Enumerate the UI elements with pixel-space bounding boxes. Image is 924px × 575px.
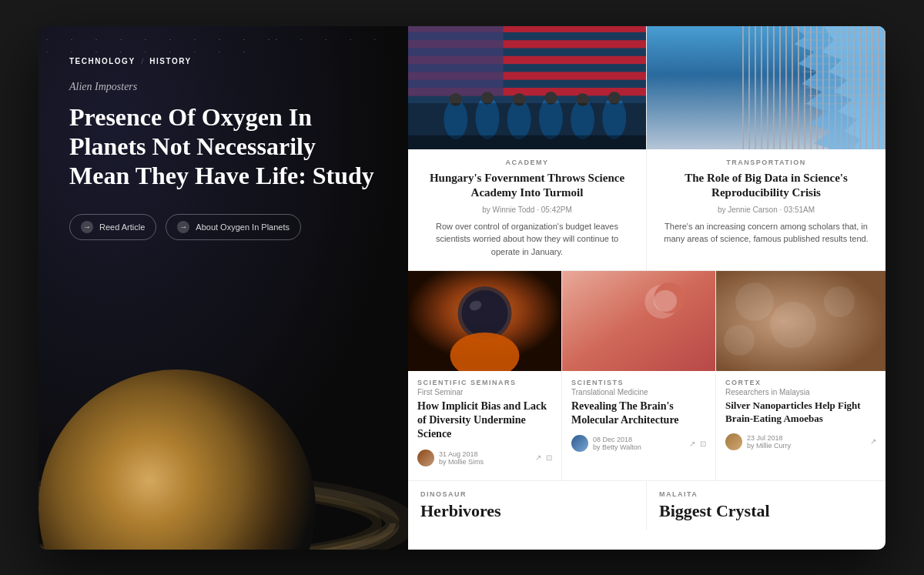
skin-texture-image [716, 271, 886, 371]
middle-row: SCIENTIFIC SEMINARS First Seminar How Im… [408, 271, 886, 481]
share-icon[interactable]: ↗ [535, 453, 541, 462]
svg-rect-12 [408, 26, 504, 95]
card-meta-5: 23 Jul 2018 by Millie Curry ↗ [725, 433, 876, 450]
svg-point-50 [824, 286, 855, 317]
card-category-2: TRANSPORTATION [659, 159, 873, 166]
svg-point-15 [507, 99, 531, 139]
card-excerpt-1: Row over control of organization's budge… [420, 220, 634, 259]
left-content: TECHNOLOGY / HISTORY Alien Imposters Pre… [38, 26, 408, 263]
card-category-1: ACADEMY [420, 159, 634, 166]
card-title-1: Hungary's Fovernment Throws Science Acad… [420, 171, 634, 201]
blue-texture-image [647, 26, 886, 149]
meta-icons-5: ↗ [870, 437, 876, 446]
article-card-5[interactable]: CORTEX Researchers in Malaysia Silver Na… [716, 271, 886, 480]
bottom-category-1: DINOSAUR [420, 490, 634, 498]
card-content-3: SCIENTIFIC SEMINARS First Seminar How Im… [408, 371, 561, 480]
bottom-category-2: MALAITA [659, 490, 873, 498]
astronaut-suit-image [408, 271, 561, 371]
svg-point-14 [476, 96, 500, 139]
left-panel: TECHNOLOGY / HISTORY Alien Imposters Pre… [38, 26, 408, 550]
card-subcategory-3: First Seminar [417, 388, 552, 396]
avatar-1 [417, 450, 434, 466]
bottom-title-2: Biggest Crystal [659, 501, 873, 521]
article-card-3[interactable]: SCIENTIFIC SEMINARS First Seminar How Im… [408, 271, 562, 480]
svg-rect-25 [408, 135, 646, 149]
arrow-icon-2: → [177, 221, 189, 233]
card-excerpt-2: There's an increasing concern among scho… [659, 220, 873, 246]
svg-rect-44 [562, 271, 715, 371]
svg-point-19 [450, 93, 462, 105]
about-oxygen-button[interactable]: → About Oxygen In Planets [166, 214, 301, 240]
planet-rings-svg [38, 354, 408, 550]
card-title-4: Revealing The Brain's Molecular Architec… [571, 399, 706, 427]
svg-point-21 [513, 93, 525, 105]
svg-point-20 [481, 92, 494, 104]
svg-point-22 [544, 92, 557, 104]
card-content-2: TRANSPORTATION The Role of Big Data in S… [647, 149, 886, 258]
svg-point-49 [770, 302, 816, 348]
bottom-title-1: Herbivores [420, 501, 634, 521]
card-meta-3: 31 Aug 2018 by Mollie Sims ↗ ⊡ [417, 450, 552, 466]
svg-point-24 [608, 92, 621, 104]
article-author-5: by Millie Curry [747, 442, 791, 450]
svg-marker-28 [822, 26, 886, 149]
svg-point-3 [38, 369, 316, 550]
bookmark-icon-2[interactable]: ⊡ [700, 440, 706, 448]
svg-point-23 [576, 93, 588, 105]
svg-rect-26 [647, 26, 886, 149]
astronauts-image [408, 26, 646, 149]
right-panel[interactable]: ACADEMY Hungary's Fovernment Throws Scie… [408, 26, 886, 550]
svg-point-18 [602, 96, 626, 139]
bookmark-icon[interactable]: ⊡ [546, 453, 552, 462]
article-title: Presence Of Oxygen In Planets Not Necess… [69, 102, 377, 191]
svg-point-51 [724, 325, 755, 356]
svg-marker-27 [790, 26, 886, 149]
share-icon-2[interactable]: ↗ [689, 440, 695, 448]
card-category-5: CORTEX [725, 379, 876, 386]
article-author-4: by Betty Walton [593, 443, 641, 451]
svg-point-16 [539, 96, 563, 139]
card-byline-2: by Jennie Carson · 03:51AM [659, 206, 873, 214]
card-subcategory-5: Researchers in Malaysia [725, 388, 876, 396]
article-card-1[interactable]: ACADEMY Hungary's Fovernment Throws Scie… [408, 26, 647, 271]
svg-point-13 [444, 99, 467, 139]
svg-point-41 [462, 290, 508, 336]
svg-point-48 [735, 282, 774, 321]
card-content-5: CORTEX Researchers in Malaysia Silver Na… [716, 371, 886, 464]
card-title-2: The Role of Big Data in Science's Reprod… [659, 171, 873, 201]
card-byline-1: by Winnie Todd · 05:42PM [420, 206, 634, 214]
card-title-3: How Implicit Bias and Lack of Diversity … [417, 399, 552, 442]
breadcrumb-cat2: HISTORY [149, 57, 191, 65]
meta-icons-3: ↗ ⊡ [535, 453, 552, 462]
button-group: → Reed Article → About Oxygen In Planets [69, 214, 377, 240]
read-article-button[interactable]: → Reed Article [69, 214, 156, 240]
card-category-4: SCIENTISTS [571, 379, 706, 386]
card-title-5: Silver Nanoparticles Help Fight Brain-Ea… [725, 399, 876, 426]
card-subcategory-4: Translational Medicine [571, 388, 706, 396]
share-icon-3[interactable]: ↗ [870, 437, 876, 446]
avatar-3 [725, 433, 742, 450]
bottom-card-2[interactable]: MALAITA Biggest Crystal [647, 481, 886, 530]
article-card-2[interactable]: TRANSPORTATION The Role of Big Data in S… [647, 26, 886, 271]
card-content-1: ACADEMY Hungary's Fovernment Throws Scie… [408, 149, 646, 271]
card-content-4: SCIENTISTS Translational Medicine Reveal… [562, 371, 715, 466]
article-date-5: 23 Jul 2018 [747, 434, 791, 442]
bottom-card-1[interactable]: DINOSAUR Herbivores [408, 481, 647, 530]
article-date-3: 31 Aug 2018 [439, 450, 484, 458]
article-author-3: by Mollie Sims [439, 458, 484, 466]
breadcrumb: TECHNOLOGY / HISTORY [69, 57, 377, 65]
article-subtitle: Alien Imposters [69, 81, 377, 93]
top-row: ACADEMY Hungary's Fovernment Throws Scie… [408, 26, 886, 272]
meta-icons-4: ↗ ⊡ [689, 440, 706, 448]
bottom-row: DINOSAUR Herbivores MALAITA Biggest Crys… [408, 481, 886, 530]
svg-point-17 [571, 99, 594, 139]
peach-moon-image [562, 271, 715, 371]
article-card-4[interactable]: SCIENTISTS Translational Medicine Reveal… [562, 271, 716, 480]
card-meta-4: 08 Dec 2018 by Betty Walton ↗ ⊡ [571, 435, 706, 452]
breadcrumb-cat1: TECHNOLOGY [69, 57, 136, 65]
breadcrumb-sep: / [142, 57, 144, 65]
article-date-4: 08 Dec 2018 [593, 436, 641, 443]
svg-point-46 [654, 282, 685, 313]
avatar-2 [571, 435, 588, 452]
browser-window: TECHNOLOGY / HISTORY Alien Imposters Pre… [38, 26, 886, 550]
